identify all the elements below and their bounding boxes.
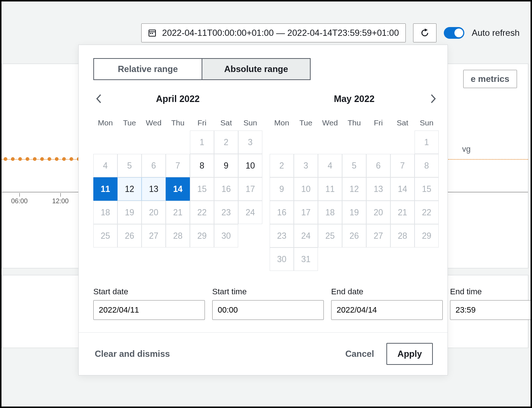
calendar-left-grid: MonTueWedThuFriSatSun1234567891011121314… bbox=[93, 115, 262, 248]
calendar-day[interactable]: 5 bbox=[117, 154, 142, 177]
calendar-day[interactable]: 29 bbox=[415, 224, 439, 248]
tab-absolute[interactable]: Absolute range bbox=[202, 59, 310, 79]
date-range-text: 2022-04-11T00:00:00+01:00 — 2022-04-14T2… bbox=[162, 28, 399, 38]
calendar-day[interactable]: 8 bbox=[190, 154, 214, 177]
calendar-day[interactable]: 28 bbox=[166, 224, 190, 248]
calendar-day[interactable]: 5 bbox=[342, 154, 366, 177]
end-time-label: End time bbox=[450, 287, 532, 296]
calendar-day[interactable]: 1 bbox=[190, 131, 214, 154]
start-date-input[interactable] bbox=[93, 300, 205, 320]
end-date-input[interactable] bbox=[331, 300, 443, 320]
svg-point-8 bbox=[62, 157, 66, 161]
calendar-day[interactable]: 4 bbox=[93, 154, 117, 177]
calendar-day[interactable]: 18 bbox=[318, 201, 342, 224]
calendar-day[interactable]: 30 bbox=[214, 224, 238, 248]
calendar-cell-empty bbox=[318, 131, 342, 154]
calendar-day[interactable]: 9 bbox=[214, 154, 238, 177]
prev-month-button[interactable] bbox=[93, 93, 104, 104]
range-mode-tabs: Relative range Absolute range bbox=[93, 58, 311, 80]
calendar-day[interactable]: 1 bbox=[415, 131, 439, 154]
next-month-button[interactable] bbox=[428, 93, 439, 104]
start-time-input[interactable] bbox=[212, 300, 324, 320]
calendar-day[interactable]: 19 bbox=[117, 201, 142, 224]
calendar-day[interactable]: 2 bbox=[214, 131, 238, 154]
calendar-day[interactable]: 12 bbox=[342, 177, 366, 201]
axis-tick-label: 12:00 bbox=[52, 197, 68, 205]
end-time-input[interactable] bbox=[450, 300, 532, 320]
cancel-button[interactable]: Cancel bbox=[344, 347, 376, 361]
calendar-day[interactable]: 4 bbox=[318, 154, 342, 177]
calendar-cell-empty bbox=[117, 131, 142, 154]
calendar-day[interactable]: 6 bbox=[142, 154, 166, 177]
calendar-day[interactable]: 31 bbox=[294, 248, 318, 271]
calendar-day[interactable]: 6 bbox=[366, 154, 390, 177]
calendar-day[interactable]: 7 bbox=[166, 154, 190, 177]
calendar-day[interactable]: 15 bbox=[415, 177, 439, 201]
calendar-day[interactable]: 14 bbox=[390, 177, 415, 201]
calendar-day[interactable]: 10 bbox=[294, 177, 318, 201]
calendar-day[interactable]: 21 bbox=[166, 201, 190, 224]
calendar-left-title: April 2022 bbox=[156, 94, 200, 104]
calendar-day[interactable]: 3 bbox=[238, 131, 262, 154]
calendar-day[interactable]: 17 bbox=[294, 201, 318, 224]
calendar-day[interactable]: 29 bbox=[190, 224, 214, 248]
start-date-label: Start date bbox=[93, 287, 205, 296]
chevron-left-icon bbox=[96, 94, 102, 103]
calendar-day[interactable]: 16 bbox=[214, 177, 238, 201]
calendar-day[interactable]: 25 bbox=[93, 224, 117, 248]
calendar-day[interactable]: 14 bbox=[166, 177, 190, 201]
calendar-day[interactable]: 17 bbox=[238, 177, 262, 201]
calendar-right-grid: MonTueWedThuFriSatSun1234567891011121314… bbox=[270, 115, 439, 271]
metrics-button[interactable]: e metrics bbox=[463, 70, 517, 88]
calendar-day[interactable]: 22 bbox=[190, 201, 214, 224]
calendar-day[interactable]: 24 bbox=[294, 224, 318, 248]
end-time-field: End time bbox=[450, 287, 532, 320]
calendar-day[interactable]: 22 bbox=[415, 201, 439, 224]
calendar-day[interactable]: 28 bbox=[390, 224, 415, 248]
weekday-header: Tue bbox=[117, 115, 142, 131]
calendar-day[interactable]: 13 bbox=[142, 177, 166, 201]
refresh-button[interactable] bbox=[413, 23, 437, 42]
calendar-day[interactable]: 2 bbox=[270, 154, 294, 177]
weekday-header: Wed bbox=[318, 115, 342, 131]
calendar-cell-empty bbox=[166, 131, 190, 154]
date-range-trigger[interactable]: 2022-04-11T00:00:00+01:00 — 2022-04-14T2… bbox=[141, 23, 406, 42]
calendar-day[interactable]: 7 bbox=[390, 154, 415, 177]
calendar-day[interactable]: 23 bbox=[214, 201, 238, 224]
start-time-field: Start time bbox=[212, 287, 324, 320]
calendar-day[interactable]: 11 bbox=[318, 177, 342, 201]
tab-relative[interactable]: Relative range bbox=[94, 59, 202, 79]
calendar-day[interactable]: 16 bbox=[270, 201, 294, 224]
auto-refresh-toggle[interactable] bbox=[444, 27, 464, 39]
apply-button[interactable]: Apply bbox=[386, 343, 433, 365]
calendar-cell-empty bbox=[294, 131, 318, 154]
calendar-day[interactable]: 26 bbox=[117, 224, 142, 248]
calendar-day[interactable]: 24 bbox=[238, 201, 262, 224]
calendar-day[interactable]: 9 bbox=[270, 177, 294, 201]
calendar-day[interactable]: 21 bbox=[390, 201, 415, 224]
clear-dismiss-button[interactable]: Clear and dismiss bbox=[93, 347, 171, 361]
calendar-day[interactable]: 15 bbox=[190, 177, 214, 201]
calendar-day[interactable]: 18 bbox=[93, 201, 117, 224]
calendar-day[interactable]: 11 bbox=[93, 177, 117, 201]
calendar-day[interactable]: 27 bbox=[366, 224, 390, 248]
svg-point-9 bbox=[70, 157, 73, 161]
calendar-day[interactable]: 30 bbox=[270, 248, 294, 271]
calendar-day[interactable]: 13 bbox=[366, 177, 390, 201]
calendar-day[interactable]: 19 bbox=[342, 201, 366, 224]
svg-point-2 bbox=[18, 157, 22, 161]
calendar-day[interactable]: 23 bbox=[270, 224, 294, 248]
calendar-day[interactable]: 27 bbox=[142, 224, 166, 248]
calendar-day[interactable]: 25 bbox=[318, 224, 342, 248]
calendar-day[interactable]: 12 bbox=[117, 177, 142, 201]
weekday-header: Sat bbox=[390, 115, 415, 131]
svg-point-7 bbox=[55, 157, 59, 161]
calendar-day[interactable]: 3 bbox=[294, 154, 318, 177]
calendar-day[interactable]: 26 bbox=[342, 224, 366, 248]
calendar-day[interactable]: 20 bbox=[142, 201, 166, 224]
weekday-header: Tue bbox=[294, 115, 318, 131]
calendar-day[interactable]: 10 bbox=[238, 154, 262, 177]
calendar-day[interactable]: 20 bbox=[366, 201, 390, 224]
calendar-day[interactable]: 8 bbox=[415, 154, 439, 177]
weekday-header: Fri bbox=[190, 115, 214, 131]
